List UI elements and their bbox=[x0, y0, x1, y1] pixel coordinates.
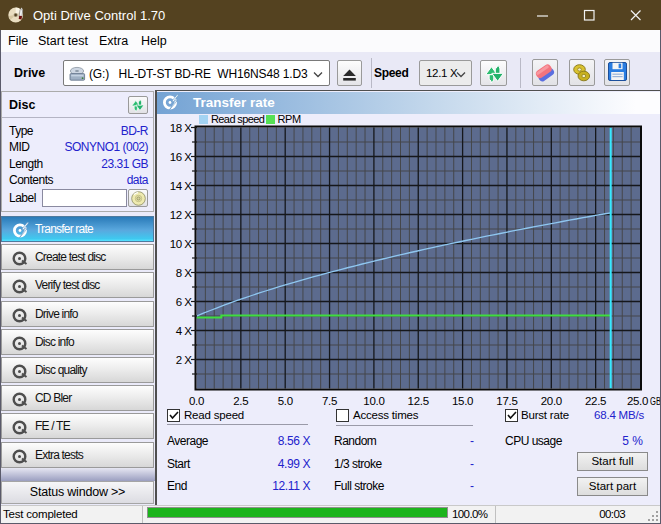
svg-text:25.0: 25.0 bbox=[627, 395, 648, 407]
svg-text:17.5: 17.5 bbox=[496, 395, 517, 407]
svg-text:0.0: 0.0 bbox=[189, 395, 204, 407]
svg-text:22.5: 22.5 bbox=[585, 395, 606, 407]
svg-text:10 X: 10 X bbox=[170, 238, 192, 250]
svg-text:18 X: 18 X bbox=[170, 122, 192, 134]
svg-text:2.5: 2.5 bbox=[233, 395, 248, 407]
svg-text:2 X: 2 X bbox=[176, 354, 193, 366]
svg-text:6 X: 6 X bbox=[176, 296, 193, 308]
svg-text:16 X: 16 X bbox=[170, 151, 192, 163]
svg-text:14 X: 14 X bbox=[170, 180, 192, 192]
svg-text:7.5: 7.5 bbox=[322, 395, 337, 407]
svg-text:15.0: 15.0 bbox=[452, 395, 473, 407]
svg-text:12.5: 12.5 bbox=[408, 395, 429, 407]
svg-text:4 X: 4 X bbox=[176, 325, 193, 337]
svg-text:20.0: 20.0 bbox=[541, 395, 562, 407]
svg-text:12 X: 12 X bbox=[170, 209, 192, 221]
svg-text:5.0: 5.0 bbox=[278, 395, 293, 407]
svg-text:10.0: 10.0 bbox=[363, 395, 384, 407]
svg-text:8 X: 8 X bbox=[176, 267, 193, 279]
